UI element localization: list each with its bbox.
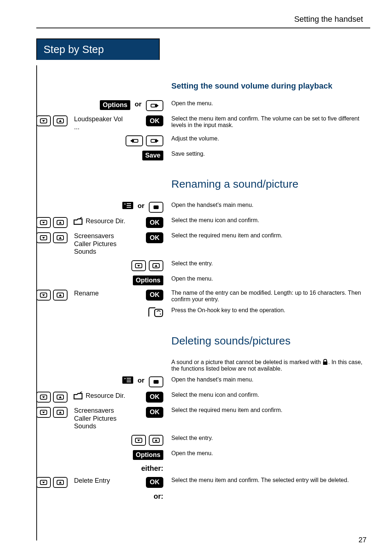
nav-right-key[interactable] [146,100,163,111]
options-softkey-3[interactable]: Options [133,450,163,460]
select-menu-icon-text-2: Select the menu icon and confirm. [167,392,370,398]
nav-up-key-5[interactable] [53,290,68,301]
nav-up-key-4[interactable] [149,260,163,271]
nav-down-key[interactable] [36,115,51,126]
menu-icon[interactable] [122,202,133,209]
either-label: either: [141,464,163,473]
svg-marker-48 [137,440,140,441]
ok-softkey-2[interactable]: OK [146,217,163,228]
onhook-text: Press the On-hook key to end the operati… [167,307,370,314]
nav-down-key-8[interactable] [131,435,146,446]
step-by-step-header: Step by Step [36,38,160,60]
header-rule [36,28,370,28]
nav-up-key-3[interactable] [53,232,68,243]
heading-renaming: Renaming a sound/picture [167,178,370,190]
select-entry-text: Select the entry. [167,260,370,267]
resource-dir-label-2: Resource Dir. [83,392,125,400]
menu-items-list: Screensavers Caller Pictures Sounds [70,232,143,256]
svg-marker-20 [42,237,45,239]
svg-point-32 [160,313,161,314]
open-menu-text-3: Open the menu. [167,450,370,457]
or-final-label: or: [154,492,163,501]
svg-marker-26 [155,265,158,267]
nav-down-key-3[interactable] [36,232,51,243]
svg-marker-5 [59,120,62,122]
lock-icon [322,359,328,365]
heading-deleting: Deleting sounds/pictures [167,335,370,347]
folder-icon [73,217,83,226]
nav-up-key-2[interactable] [53,217,68,228]
options-softkey[interactable]: Options [100,100,130,110]
nav-down-key-6[interactable] [36,392,51,403]
ok-softkey-3[interactable]: OK [146,232,163,243]
nav-down-key-5[interactable] [36,290,51,301]
rename-desc-text: The name of the entry can be modified. L… [167,290,370,303]
center-key-2[interactable] [149,376,163,387]
svg-marker-15 [42,222,45,224]
nav-down-key-2[interactable] [36,217,51,228]
loudspeaker-label: Loudspeaker Vol ... [70,115,143,131]
svg-rect-0 [151,104,155,107]
nav-up-key-8[interactable] [149,435,163,446]
open-main-menu-text-2: Open the handset's main menu. [167,376,370,383]
svg-marker-30 [59,294,62,296]
menu-items-list-2: Screensavers Caller Pictures Sounds [70,407,143,430]
header-section: Setting the handset [36,15,370,24]
adjust-volume-text: Adjust the volume. [167,135,370,142]
ok-softkey-6[interactable]: OK [146,407,163,418]
or-text: or [133,100,143,108]
svg-marker-17 [59,221,62,224]
nav-up-key-6[interactable] [53,392,68,403]
select-required-text: Select the required menu item and confir… [167,232,370,239]
nav-down-key-4[interactable] [131,260,146,271]
delete-entry-label: Delete Entry [70,477,143,485]
svg-marker-28 [42,294,45,296]
select-entry-text-2: Select the entry. [167,435,370,441]
center-key[interactable] [149,202,163,213]
ok-softkey-4[interactable]: OK [146,290,163,301]
options-softkey-2[interactable]: Options [133,276,163,285]
ok-softkey-7[interactable]: OK [146,477,163,488]
nav-down-key-9[interactable] [36,477,51,488]
page: Setting the handset Step by Step Setting… [0,0,392,555]
svg-marker-10 [124,203,126,205]
svg-marker-46 [59,411,62,413]
svg-marker-44 [42,412,45,413]
svg-marker-1 [156,103,159,108]
svg-marker-52 [42,482,45,483]
nav-up-key[interactable] [53,115,68,126]
svg-marker-6 [130,139,133,143]
save-setting-text: Save setting. [167,151,370,157]
svg-line-18 [80,217,83,219]
svg-marker-9 [156,139,159,143]
folder-icon-2 [73,392,83,400]
svg-marker-34 [124,378,126,379]
resource-dir-label: Resource Dir. [83,217,125,225]
open-main-menu-text: Open the handset's main menu. [167,202,370,208]
or-text-3: or [136,376,146,384]
or-text-2: or [136,202,146,210]
ok-softkey[interactable]: OK [146,115,163,126]
svg-marker-50 [155,439,158,441]
svg-marker-3 [42,120,45,122]
heading-sound-volume: Setting the sound volume during playback [167,81,370,91]
nav-up-key-7[interactable] [53,407,68,418]
select-required-text-2: Select the required menu item and confir… [167,407,370,413]
svg-marker-22 [59,237,62,239]
select-confirm-text: Select the menu item and confirm. The vo… [167,115,370,128]
nav-down-key-7[interactable] [36,407,51,418]
page-number: 27 [359,536,367,544]
svg-marker-24 [137,265,140,267]
svg-marker-39 [42,396,45,398]
ok-softkey-5[interactable]: OK [146,392,163,403]
onhook-key[interactable] [147,307,163,318]
delete-desc-text: Select the menu item and confirm. The se… [167,477,370,483]
menu-icon-2[interactable] [122,376,133,384]
svg-marker-54 [59,481,62,483]
delete-intro-text: A sound or a picture that cannot be dele… [167,359,370,372]
nav-up-key-9[interactable] [53,477,68,488]
nav-left-key[interactable] [126,135,143,146]
svg-rect-7 [134,139,138,142]
nav-right-key-2[interactable] [146,135,163,146]
save-softkey[interactable]: Save [142,151,163,160]
